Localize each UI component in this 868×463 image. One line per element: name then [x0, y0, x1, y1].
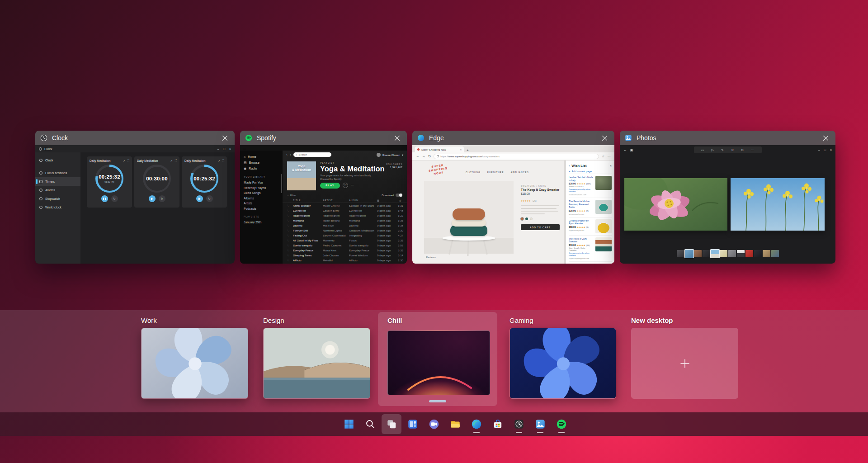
track-added: 9 days ago — [377, 239, 398, 242]
edit-icon: ✎ — [721, 148, 724, 152]
track-row: ♡ Montana Isobel Belano Montana 9 days a… — [283, 218, 407, 223]
lock-icon — [437, 155, 439, 157]
track-artist: Rademegnen — [323, 214, 349, 217]
followers: FOLLOWERS1,941,467 — [386, 163, 402, 169]
close-window-button[interactable] — [392, 132, 402, 143]
work-wallpaper — [142, 328, 248, 399]
color-swatches — [521, 217, 562, 220]
library-item: Recently Played — [244, 185, 279, 191]
plus-icon — [679, 358, 690, 369]
track-title: Fading Out — [293, 234, 323, 237]
desktop-chill-selected[interactable]: Chill — [378, 312, 497, 406]
item-title: Leather Satchel - Made in Italy — [569, 176, 594, 182]
filmstrip-thumb — [694, 250, 702, 257]
spotify-taskbar-button[interactable] — [552, 414, 571, 434]
file-explorer-button[interactable] — [445, 414, 465, 434]
close-window-button[interactable] — [219, 132, 230, 143]
clock-taskb ar-button[interactable] — [509, 414, 529, 434]
track-title: Afflicto — [293, 259, 323, 262]
wishlist-item: Ceramic Pitcher by Ryou Handes $88.00 ★★… — [569, 217, 612, 236]
sweater-sienna — [453, 208, 485, 220]
item-stars: ★★★★★ — [576, 210, 585, 212]
timer-time: 00:25:32 — [193, 176, 215, 181]
expand-icon: ↗ — [218, 159, 220, 162]
window-clock[interactable]: Clock Clock –□× Clock Focus sessions Tim… — [35, 131, 235, 264]
play-button — [149, 195, 156, 202]
filmstrip-thumb — [684, 250, 693, 258]
user-menu: Reese Closen▾ — [377, 153, 403, 157]
rotate-icon: ↻ — [731, 148, 734, 152]
item-price: $18.00 — [569, 244, 576, 246]
window-spotify[interactable]: Spotify ... ⌂Home ▤Browse ◉Radio YOUR LI… — [240, 131, 407, 264]
photos-taskbar-button[interactable] — [530, 414, 550, 434]
clock-inner-title: Clock — [44, 147, 52, 151]
refresh-icon: ↻ — [428, 154, 431, 158]
nav-icon: ▤ — [244, 161, 247, 165]
product-photo — [424, 181, 514, 254]
task-view-button[interactable] — [382, 414, 401, 434]
reviews-link: Reviews — [426, 256, 436, 259]
search-button[interactable] — [360, 414, 380, 434]
photo-flowers — [731, 178, 825, 231]
track-length: 3:22 — [398, 214, 404, 217]
track-title: Sleeping Trees — [293, 254, 323, 257]
photos-app-thumbnail: ←▣ –□× ▭▷✎↻⊖⋯ — [620, 145, 835, 264]
flowers-image — [731, 178, 825, 231]
playlist-byline: Created by Spotify — [320, 178, 385, 180]
desktop-thumbnail[interactable] — [263, 328, 370, 399]
wishlist-item: Leather Satchel - Made in Italy $38.00 ★… — [569, 174, 612, 198]
item-thumbnail — [595, 200, 612, 214]
play-button — [196, 195, 203, 202]
widgets-button[interactable] — [403, 414, 423, 434]
filmstrip-thumb — [737, 250, 745, 257]
chat-button[interactable] — [424, 414, 444, 434]
track-album: Suelto tranquilo — [349, 244, 377, 247]
library-item: Made For You — [244, 180, 279, 185]
heart-icon: ♡ — [287, 229, 293, 232]
timer-icon — [39, 180, 42, 183]
tracklist-header: TITLE ARTIST ALBUM ▦ ◷ — [283, 198, 407, 203]
back-icon: ‹ — [569, 164, 570, 167]
item-reviews: (7) — [586, 210, 588, 212]
track-added: 9 days ago — [377, 224, 398, 227]
start-button[interactable] — [339, 414, 359, 434]
heart-icon: ♡ — [287, 219, 293, 222]
search-icon: ○ — [296, 153, 297, 156]
new-desktop-button[interactable] — [631, 328, 738, 399]
edge-taskbar-button[interactable] — [467, 414, 486, 434]
desktop-thumbnail[interactable] — [141, 328, 248, 399]
filmstrip — [620, 250, 835, 257]
filmstrip-thumb — [754, 250, 762, 257]
track-added: 9 days ago — [377, 214, 398, 217]
window-photos[interactable]: Photos ←▣ –□× ▭▷✎↻⊖⋯ — [620, 131, 835, 264]
back-icon: ← — [416, 154, 420, 158]
desktop-thumbnail[interactable] — [387, 331, 490, 395]
maximize-icon: □ — [824, 148, 826, 151]
track-row: ♡ Astral Wonder Moon Greene Solitude in … — [283, 203, 407, 208]
window-edge[interactable]: Edge Super Shopping Now× + ←→↻ https://w… — [412, 131, 614, 264]
heart-icon: ♡ — [287, 234, 293, 237]
track-artist: Pedro Cazares — [323, 244, 349, 247]
nav-label: Home — [248, 155, 256, 158]
track-artist: Moon Greene — [323, 204, 349, 207]
heart-icon: ♡ — [287, 249, 293, 252]
track-added: 9 days ago — [377, 209, 398, 212]
close-window-button[interactable] — [599, 132, 610, 143]
close-window-button[interactable] — [820, 132, 831, 143]
download-toggle — [396, 194, 402, 197]
item-thumbnail — [595, 219, 612, 233]
search-icon — [364, 418, 376, 430]
task-view-screen: { "colors":{"accent_blue":"#4cc2ff","spo… — [0, 0, 868, 463]
track-album: Montana — [349, 219, 377, 222]
sweater-teal — [450, 225, 487, 236]
virtual-desktops-band: Work Design — [0, 310, 868, 412]
desktop-thumbnail[interactable] — [509, 328, 616, 399]
track-row: ♡ Afflicto Mehdild Afflicto 9 days ago 2… — [283, 258, 407, 263]
track-added: 9 days ago — [377, 219, 398, 222]
track-length: 2:56 — [398, 244, 404, 247]
edge-icon — [471, 418, 482, 430]
minimize-icon: – — [818, 148, 820, 151]
photos-app-icon — [534, 418, 546, 430]
track-title: Daximo — [293, 224, 323, 227]
store-button[interactable] — [488, 414, 508, 434]
